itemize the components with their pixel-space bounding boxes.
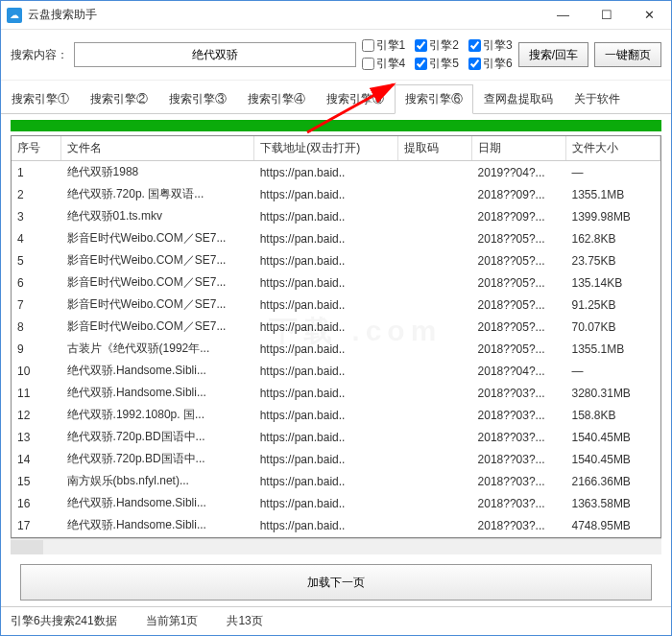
status-total: 共13页 bbox=[227, 613, 262, 629]
table-row[interactable]: 8影音E时代Weibo.COM／SE7...https://pan.baid..… bbox=[12, 316, 660, 338]
tab-1[interactable]: 搜索引擎② bbox=[80, 84, 158, 113]
table-row[interactable]: 1绝代双骄1988https://pan.baid..2019??04?...— bbox=[12, 161, 660, 184]
engine-checkbox[interactable] bbox=[415, 58, 427, 70]
search-button[interactable]: 搜索/回车 bbox=[518, 42, 588, 67]
col-header-code[interactable]: 提取码 bbox=[397, 136, 471, 161]
tab-7[interactable]: 关于软件 bbox=[564, 84, 631, 113]
load-more-button[interactable]: 加载下一页 bbox=[20, 564, 652, 601]
cell-date: 2018??05?... bbox=[472, 227, 566, 249]
cell-date: 2018??09?... bbox=[472, 183, 566, 205]
cell-size: 158.8KB bbox=[566, 404, 660, 426]
cell-size: — bbox=[566, 360, 660, 382]
horizontal-scrollbar[interactable] bbox=[11, 538, 661, 554]
cell-n: 14 bbox=[12, 448, 61, 470]
cell-url: https://pan.baid.. bbox=[254, 316, 398, 338]
search-label: 搜索内容： bbox=[11, 47, 68, 63]
table-row[interactable]: 12绝代双骄.1992.1080p. 国...https://pan.baid.… bbox=[12, 404, 660, 426]
cell-size: 23.75KB bbox=[566, 249, 660, 271]
cell-url: https://pan.baid.. bbox=[254, 294, 398, 316]
table-row[interactable]: 5影音E时代Weibo.COM／SE7...https://pan.baid..… bbox=[12, 249, 660, 271]
engine-check-5[interactable]: 引擎5 bbox=[415, 56, 459, 72]
cell-code bbox=[397, 316, 471, 338]
cell-code bbox=[397, 249, 471, 271]
cell-size: 91.25KB bbox=[566, 294, 660, 316]
engine-check-1[interactable]: 引擎1 bbox=[362, 37, 406, 54]
cell-url: https://pan.baid.. bbox=[254, 249, 398, 271]
cell-name: 绝代双骄.Handsome.Sibli... bbox=[61, 360, 254, 382]
cell-url: https://pan.baid.. bbox=[254, 470, 398, 492]
engine-check-2[interactable]: 引擎2 bbox=[415, 37, 459, 54]
cell-code bbox=[397, 426, 471, 448]
titlebar: ☁ 云盘搜索助手 — ☐ ✕ bbox=[1, 1, 671, 30]
tab-5[interactable]: 搜索引擎⑥ bbox=[395, 84, 473, 114]
col-header-url[interactable]: 下载地址(双击打开) bbox=[254, 136, 398, 161]
cell-n: 13 bbox=[12, 426, 61, 448]
table-row[interactable]: 16绝代双骄.Handsome.Sibli...https://pan.baid… bbox=[12, 492, 660, 514]
cell-name: 绝代双骄.720p.BD国语中... bbox=[61, 448, 254, 470]
table-row[interactable]: 13绝代双骄.720p.BD国语中...https://pan.baid..20… bbox=[12, 426, 660, 448]
tab-0[interactable]: 搜索引擎① bbox=[1, 84, 80, 113]
cell-size: 162.8KB bbox=[566, 227, 660, 249]
cell-url: https://pan.baid.. bbox=[254, 448, 398, 470]
maximize-button[interactable]: ☐ bbox=[585, 1, 628, 29]
tab-3[interactable]: 搜索引擎④ bbox=[237, 84, 316, 113]
engine-check-6[interactable]: 引擎6 bbox=[468, 56, 513, 72]
engine-check-3[interactable]: 引擎3 bbox=[468, 37, 513, 54]
cell-size: 1363.58MB bbox=[566, 492, 660, 514]
results-table: 序号 文件名 下载地址(双击打开) 提取码 日期 文件大小 1绝代双骄1988h… bbox=[12, 136, 660, 538]
col-header-date[interactable]: 日期 bbox=[472, 136, 566, 161]
cell-url: https://pan.baid.. bbox=[254, 271, 398, 294]
cell-name: 影音E时代Weibo.COM／SE7... bbox=[61, 271, 254, 294]
engine-check-4[interactable]: 引擎4 bbox=[362, 56, 406, 72]
table-row[interactable]: 3绝代双骄01.ts.mkvhttps://pan.baid..2018??09… bbox=[12, 205, 660, 227]
col-header-name[interactable]: 文件名 bbox=[61, 136, 254, 161]
table-row[interactable]: 10绝代双骄.Handsome.Sibli...https://pan.baid… bbox=[12, 360, 660, 382]
results-table-wrap[interactable]: 序号 文件名 下载地址(双击打开) 提取码 日期 文件大小 1绝代双骄1988h… bbox=[11, 135, 661, 538]
cell-url: https://pan.baid.. bbox=[254, 492, 398, 514]
table-row[interactable]: 9古装片《绝代双骄(1992年...https://pan.baid..2018… bbox=[12, 338, 660, 360]
cell-n: 11 bbox=[12, 382, 61, 404]
table-row[interactable]: 11绝代双骄.Handsome.Sibli...https://pan.baid… bbox=[12, 382, 660, 404]
cell-url: https://pan.baid.. bbox=[254, 360, 398, 382]
cell-n: 15 bbox=[12, 470, 61, 492]
cell-code bbox=[397, 360, 471, 382]
window-title: 云盘搜索助手 bbox=[28, 7, 541, 23]
cell-n: 8 bbox=[12, 316, 61, 338]
cell-n: 6 bbox=[12, 271, 61, 294]
cell-date: 2018??05?... bbox=[472, 294, 566, 316]
cell-date: 2018??03?... bbox=[472, 382, 566, 404]
engine-checkbox[interactable] bbox=[362, 58, 374, 70]
cell-name: 绝代双骄.Handsome.Sibli... bbox=[61, 514, 254, 536]
minimize-button[interactable]: — bbox=[541, 1, 585, 29]
tab-2[interactable]: 搜索引擎③ bbox=[158, 84, 237, 113]
cell-url: https://pan.baid.. bbox=[254, 183, 398, 205]
engine-checkbox[interactable] bbox=[362, 39, 374, 52]
cell-name: 绝代双骄.1992.1080p. 国... bbox=[61, 404, 254, 426]
col-header-size[interactable]: 文件大小 bbox=[566, 136, 660, 161]
table-row[interactable]: 7影音E时代Weibo.COM／SE7...https://pan.baid..… bbox=[12, 294, 660, 316]
table-row[interactable]: 14绝代双骄.720p.BD国语中...https://pan.baid..20… bbox=[12, 448, 660, 470]
cell-n: 5 bbox=[12, 249, 61, 271]
engine-checkbox[interactable] bbox=[468, 39, 481, 52]
cell-size: — bbox=[566, 161, 660, 184]
table-row[interactable]: 2绝代双骄.720p. 国粤双语...https://pan.baid..201… bbox=[12, 183, 660, 205]
engine-checkbox[interactable] bbox=[415, 39, 427, 52]
col-header-num[interactable]: 序号 bbox=[12, 136, 61, 161]
table-row[interactable]: 4影音E时代Weibo.COM／SE7...https://pan.baid..… bbox=[12, 227, 660, 249]
tab-4[interactable]: 搜索引擎⑤ bbox=[316, 84, 395, 113]
search-input[interactable] bbox=[74, 42, 356, 67]
cell-name: 绝代双骄01.ts.mkv bbox=[61, 205, 254, 227]
cell-date: 2018??03?... bbox=[472, 492, 566, 514]
table-row[interactable]: 17绝代双骄.Handsome.Sibli...https://pan.baid… bbox=[12, 514, 660, 536]
table-row[interactable]: 15南方娱乐(bbs.nfyl.net)...https://pan.baid.… bbox=[12, 470, 660, 492]
cell-size: 1540.45MB bbox=[566, 448, 660, 470]
cell-code bbox=[397, 448, 471, 470]
status-page: 当前第1页 bbox=[146, 613, 199, 629]
cell-name: 影音E时代Weibo.COM／SE7... bbox=[61, 227, 254, 249]
close-button[interactable]: ✕ bbox=[628, 1, 671, 29]
cell-url: https://pan.baid.. bbox=[254, 426, 398, 448]
table-row[interactable]: 6影音E时代Weibo.COM／SE7...https://pan.baid..… bbox=[12, 271, 660, 294]
engine-checkbox[interactable] bbox=[468, 58, 481, 70]
tab-6[interactable]: 查网盘提取码 bbox=[473, 84, 564, 113]
flip-page-button[interactable]: 一键翻页 bbox=[594, 42, 661, 67]
